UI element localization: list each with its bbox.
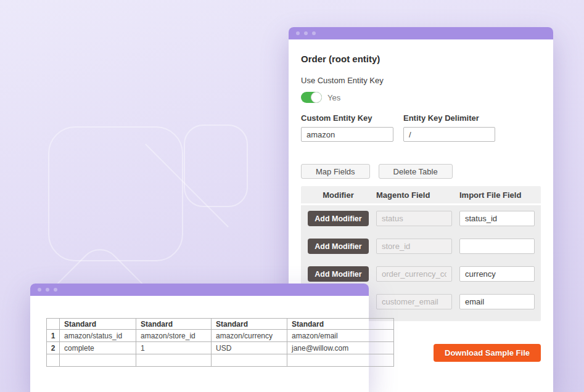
sheet-cell: amazon/store_id xyxy=(136,330,212,342)
use-custom-entity-key-toggle[interactable] xyxy=(301,92,322,103)
sheet-corner-cell xyxy=(47,319,60,330)
magento-field-input xyxy=(376,239,452,254)
window-titlebar xyxy=(30,284,369,296)
import-file-field-input[interactable] xyxy=(459,211,535,226)
mapping-row: Add Modifier xyxy=(308,266,535,282)
sheet-row xyxy=(47,354,394,367)
sheet-cell: 1 xyxy=(136,342,212,354)
delete-table-button[interactable]: Delete Table xyxy=(379,164,453,179)
sheet-cell: jane@willow.com xyxy=(287,342,394,354)
sheet-column-header: Standard xyxy=(60,319,136,330)
window-dot-icon xyxy=(54,288,57,292)
window-dot-icon xyxy=(304,31,308,35)
sheet-column-header: Standard xyxy=(212,319,287,330)
page-title: Order (root entity) xyxy=(301,54,541,64)
sheet-row-number: 1 xyxy=(47,330,60,342)
import-file-field-input[interactable] xyxy=(459,294,535,309)
entity-key-delimiter-label: Entity Key Delimiter xyxy=(403,113,495,123)
import-file-field-input[interactable] xyxy=(459,239,535,254)
mapping-table-header: Modifier Magento Field Import File Field xyxy=(301,186,541,203)
sheet-cell: amazon/currency xyxy=(212,330,287,342)
window-dot-icon xyxy=(296,31,300,35)
add-modifier-button[interactable]: Add Modifier xyxy=(308,211,369,226)
import-file-field-input[interactable] xyxy=(459,266,535,282)
background-shape xyxy=(48,126,183,261)
sheet-header-row: Standard Standard Standard Standard xyxy=(47,319,394,330)
map-fields-button[interactable]: Map Fields xyxy=(301,164,370,179)
sheet-column-header: Standard xyxy=(287,319,394,330)
toggle-value-label: Yes xyxy=(327,93,340,102)
use-custom-entity-key-label: Use Custom Entity Key xyxy=(301,76,541,85)
column-header-magento-field: Magento Field xyxy=(376,190,452,200)
sheet-cell: USD xyxy=(212,342,287,354)
sheet-column-header: Standard xyxy=(136,319,212,330)
column-header-modifier: Modifier xyxy=(308,190,369,200)
sheet-row-number: 2 xyxy=(47,342,60,354)
add-modifier-button[interactable]: Add Modifier xyxy=(308,266,369,282)
window-dot-icon xyxy=(312,31,316,35)
background-line xyxy=(145,144,229,227)
mapping-row: Add Modifier xyxy=(308,239,535,254)
entity-key-delimiter-input[interactable] xyxy=(403,127,495,142)
background-shape xyxy=(184,125,248,207)
sheet-row-number xyxy=(47,354,60,367)
sheet-cell: amazon/email xyxy=(287,330,394,342)
download-sample-file-button[interactable]: Download Sample File xyxy=(434,344,541,362)
sheet-cell xyxy=(136,354,212,367)
sheet-cell xyxy=(287,354,394,367)
custom-entity-key-input[interactable] xyxy=(301,127,393,142)
sample-data-table: Standard Standard Standard Standard 1 am… xyxy=(46,318,394,367)
sheet-cell: complete xyxy=(60,342,136,354)
magento-field-input xyxy=(376,266,452,282)
sheet-cell: amazon/status_id xyxy=(60,330,136,342)
sheet-row: 1 amazon/status_id amazon/store_id amazo… xyxy=(47,330,394,342)
toggle-knob xyxy=(311,92,322,103)
sheet-cell xyxy=(60,354,136,367)
custom-entity-key-label: Custom Entity Key xyxy=(301,113,393,123)
sheet-cell xyxy=(212,354,287,367)
magento-field-input xyxy=(376,211,452,226)
column-header-import-file-field: Import File Field xyxy=(459,190,535,200)
sheet-row: 2 complete 1 USD jane@willow.com xyxy=(47,342,394,354)
mapping-row: Add Modifier xyxy=(308,211,535,226)
window-dot-icon xyxy=(46,288,49,292)
add-modifier-button[interactable]: Add Modifier xyxy=(308,239,369,254)
window-dot-icon xyxy=(38,288,41,292)
magento-field-input xyxy=(376,294,452,309)
sample-file-window: Standard Standard Standard Standard 1 am… xyxy=(30,284,369,392)
window-titlebar xyxy=(289,27,553,39)
